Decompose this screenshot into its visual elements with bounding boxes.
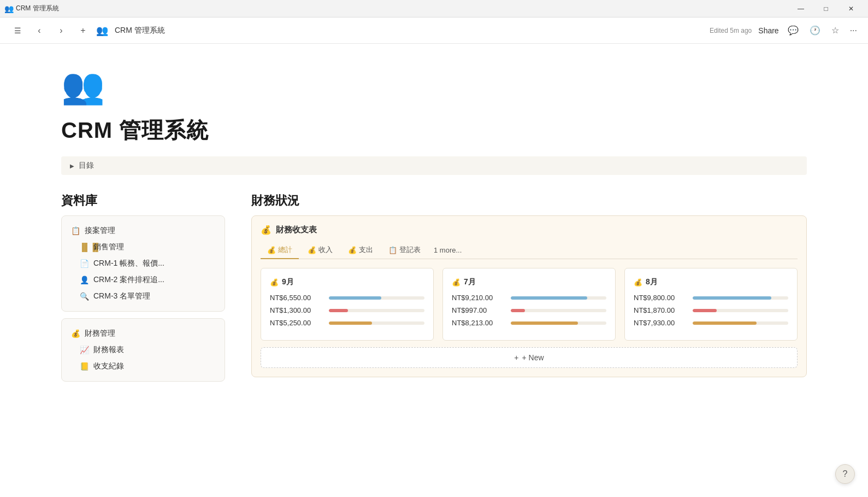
db-item-crm1[interactable]: 📄 CRM-1 帳務、報價... — [62, 255, 225, 272]
more-button[interactable]: ··· — [848, 24, 859, 38]
tab-register[interactable]: 📋 登記表 — [382, 242, 427, 259]
db-item-crm3[interactable]: 🔍 CRM-3 名單管理 — [62, 288, 225, 305]
records-icon: 📒 — [79, 362, 89, 371]
finance-container-icon: 💰 — [261, 225, 271, 235]
sept-row-2: NT$1,300.00 — [270, 306, 424, 314]
crm1-icon: 📄 — [79, 259, 89, 268]
share-button[interactable]: Share — [758, 26, 778, 35]
july-bar-2-container — [511, 309, 606, 312]
edited-label: Edited 5m ago — [710, 27, 752, 34]
maximize-button[interactable]: □ — [813, 0, 839, 17]
titlebar: 👥 CRM 管理系統 — □ ✕ — [0, 0, 868, 17]
aug-row-1: NT$9,800.00 — [634, 294, 788, 302]
crm1-label: CRM-1 帳務、報價... — [93, 259, 164, 268]
tab-expense-label: 支出 — [359, 245, 373, 255]
july-row-3: NT$8,213.00 — [452, 319, 606, 327]
sept-bar-1-container — [329, 296, 424, 300]
july-bar-1-container — [511, 296, 606, 300]
db-item-sales[interactable]: ▐▌▐▌ 銷售管理 — [62, 239, 225, 255]
page-title: CRM 管理系統 — [61, 115, 807, 145]
new-button[interactable]: + + New — [261, 347, 798, 368]
page-large-icon: 👥 — [61, 66, 807, 107]
finance-tabs: 💰 總計 💰 收入 💰 支出 📋 登記表 1 mo — [261, 242, 798, 259]
july-bar-3 — [511, 321, 578, 325]
finance-report-icon: 📈 — [79, 346, 89, 354]
comment-button[interactable]: 💬 — [786, 23, 801, 38]
app-icon: 👥 — [4, 4, 14, 13]
month-aug-icon: 💰 — [634, 278, 642, 286]
db-item-jie-an[interactable]: 📋 接案管理 — [62, 223, 225, 239]
sept-bar-1 — [329, 296, 381, 300]
tab-income[interactable]: 💰 收入 — [301, 242, 339, 259]
finance-header: 💰 財務收支表 — [261, 225, 798, 235]
finance-container: 💰 財務收支表 💰 總計 💰 收入 💰 支出 — [251, 215, 807, 377]
month-sept-icon: 💰 — [270, 278, 279, 286]
add-icon: + — [80, 26, 85, 36]
tab-register-label: 登記表 — [399, 245, 421, 255]
month-july-icon: 💰 — [452, 278, 460, 286]
aug-amount-2: NT$1,870.00 — [634, 306, 688, 314]
db-item-finance[interactable]: 💰 財務管理 — [62, 325, 225, 342]
month-card-july: 💰 7月 NT$9,210.00 NT$997.00 — [442, 268, 616, 341]
tab-income-label: 收入 — [318, 245, 333, 255]
menu-icon: ☰ — [14, 26, 21, 35]
db-item-crm2[interactable]: 👤 CRM-2 案件排程追... — [62, 272, 225, 288]
tab-expense[interactable]: 💰 支出 — [341, 242, 380, 259]
forward-button[interactable]: › — [52, 22, 70, 39]
two-col-layout: 資料庫 📋 接案管理 ▐▌▐▌ 銷售管理 📄 CRM-1 帳務、報價... 👤 — [61, 192, 807, 388]
aug-amount-1: NT$9,800.00 — [634, 294, 688, 302]
back-button[interactable]: ‹ — [31, 22, 48, 39]
history-button[interactable]: 🕐 — [807, 23, 823, 38]
sept-bar-2-container — [329, 309, 424, 312]
tab-total[interactable]: 💰 總計 — [261, 242, 299, 259]
month-aug-label: 8月 — [646, 277, 658, 287]
menu-button[interactable]: ☰ — [9, 22, 26, 39]
july-amount-2: NT$997.00 — [452, 306, 506, 314]
window-controls: — □ ✕ — [788, 0, 864, 17]
close-button[interactable]: ✕ — [839, 0, 864, 17]
minimize-button[interactable]: — — [788, 0, 813, 17]
jie-an-label: 接案管理 — [85, 226, 115, 236]
tab-total-label: 總計 — [278, 245, 292, 255]
crm2-label: CRM-2 案件排程追... — [93, 275, 164, 285]
page-title-toolbar: CRM 管理系統 — [115, 26, 165, 36]
toc-label: 目錄 — [79, 161, 94, 171]
finance-mgmt-icon: 💰 — [70, 329, 80, 338]
aug-row-3: NT$7,930.00 — [634, 319, 788, 327]
new-label: + New — [522, 353, 544, 362]
month-card-september: 💰 9月 NT$6,550.00 NT$1,300.00 — [261, 268, 434, 341]
month-sept-label: 9月 — [282, 277, 294, 287]
tab-register-icon: 📋 — [388, 246, 397, 254]
tab-more[interactable]: 1 more... — [429, 243, 466, 258]
tab-expense-icon: 💰 — [348, 246, 357, 254]
crm3-label: CRM-3 名單管理 — [93, 291, 150, 301]
favorite-button[interactable]: ☆ — [829, 23, 841, 38]
app-title: CRM 管理系統 — [16, 4, 59, 13]
aug-bar-2 — [693, 309, 717, 312]
db-item-finance-report[interactable]: 📈 財務報表 — [62, 342, 225, 358]
aug-bar-1-container — [693, 296, 788, 300]
toc-bar[interactable]: ▶ 目錄 — [61, 156, 807, 175]
july-amount-1: NT$9,210.00 — [452, 294, 506, 302]
month-july-label: 7月 — [464, 277, 476, 287]
add-page-button[interactable]: + — [74, 22, 92, 39]
month-card-august: 💰 8月 NT$9,800.00 NT$1,870.00 — [624, 268, 798, 341]
db-item-records[interactable]: 📒 收支紀錄 — [62, 358, 225, 375]
july-bar-2 — [511, 309, 525, 312]
page-icon-toolbar: 👥 — [96, 25, 108, 37]
sept-bar-2 — [329, 309, 348, 312]
main-content: 👥 CRM 管理系統 ▶ 目錄 資料庫 📋 接案管理 ▐▌▐▌ 銷售管理 📄 — [0, 44, 868, 497]
new-plus-icon: + — [514, 353, 518, 362]
july-row-1: NT$9,210.00 — [452, 294, 606, 302]
database-card-2: 💰 財務管理 📈 財務報表 📒 收支紀錄 — [61, 318, 225, 382]
back-icon: ‹ — [38, 26, 40, 36]
aug-bar-1 — [693, 296, 771, 300]
month-july-title: 💰 7月 — [452, 277, 606, 287]
toolbar-right: Edited 5m ago Share 💬 🕐 ☆ ··· — [710, 23, 859, 38]
finance-mgmt-label: 財務管理 — [85, 329, 115, 338]
aug-bar-2-container — [693, 309, 788, 312]
month-sept-title: 💰 9月 — [270, 277, 424, 287]
help-button[interactable]: ? — [835, 464, 855, 484]
crm3-icon: 🔍 — [79, 292, 89, 301]
sept-bar-3 — [329, 321, 372, 325]
